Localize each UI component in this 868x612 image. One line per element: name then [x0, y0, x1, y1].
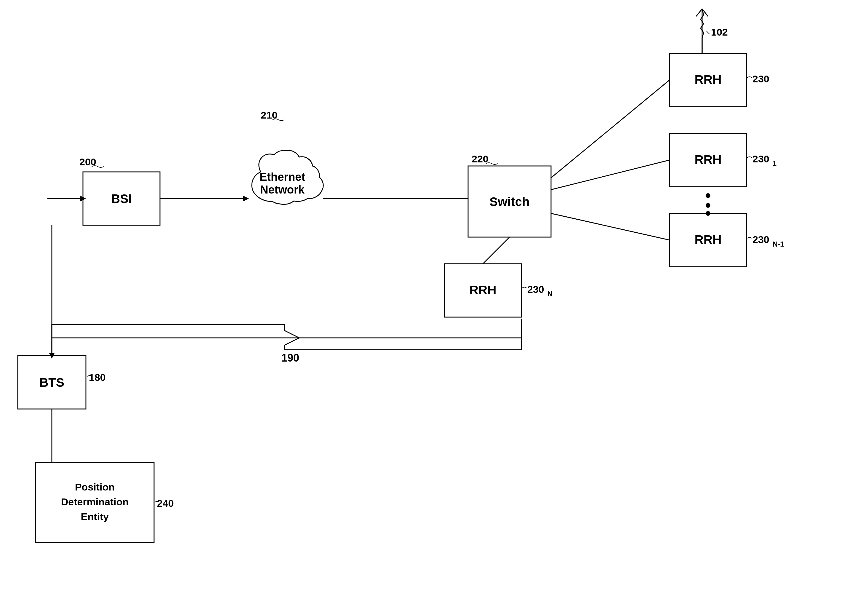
svg-line-33 — [483, 237, 510, 264]
svg-text:230: 230 — [752, 73, 769, 84]
svg-line-1 — [696, 9, 702, 16]
svg-text:RRH: RRH — [695, 153, 722, 166]
svg-text:BTS: BTS — [39, 376, 64, 390]
svg-text:Ethernet: Ethernet — [259, 171, 305, 183]
svg-text:230: 230 — [527, 284, 544, 295]
svg-text:Network: Network — [260, 183, 305, 196]
diagram-container: 102 BSI Switch RRH RRH RRH RRH BTS Posit… — [0, 0, 868, 612]
svg-line-32 — [551, 213, 670, 240]
svg-text:BSI: BSI — [111, 192, 132, 206]
svg-text:Determination: Determination — [61, 496, 129, 507]
svg-line-31 — [551, 160, 670, 190]
svg-text:RRH: RRH — [695, 233, 722, 247]
svg-marker-26 — [243, 196, 249, 202]
svg-point-36 — [706, 211, 710, 216]
svg-line-4 — [707, 31, 710, 34]
svg-point-35 — [706, 203, 710, 208]
diagram-svg: 102 BSI Switch RRH RRH RRH RRH BTS Posit… — [0, 0, 868, 612]
svg-text:N: N — [547, 290, 552, 298]
svg-text:RRH: RRH — [470, 283, 496, 297]
svg-line-30 — [551, 80, 670, 178]
svg-point-34 — [706, 193, 710, 198]
svg-text:RRH: RRH — [695, 73, 722, 87]
svg-text:Position: Position — [75, 481, 115, 492]
svg-text:180: 180 — [89, 372, 106, 383]
svg-text:1: 1 — [773, 160, 777, 168]
svg-text:Entity: Entity — [81, 511, 109, 522]
svg-text:230: 230 — [752, 234, 769, 245]
svg-text:230: 230 — [752, 153, 769, 165]
svg-text:190: 190 — [281, 352, 299, 364]
svg-text:Switch: Switch — [490, 195, 529, 209]
svg-text:240: 240 — [157, 498, 174, 509]
svg-text:220: 220 — [472, 153, 488, 165]
svg-text:N-1: N-1 — [773, 240, 784, 248]
